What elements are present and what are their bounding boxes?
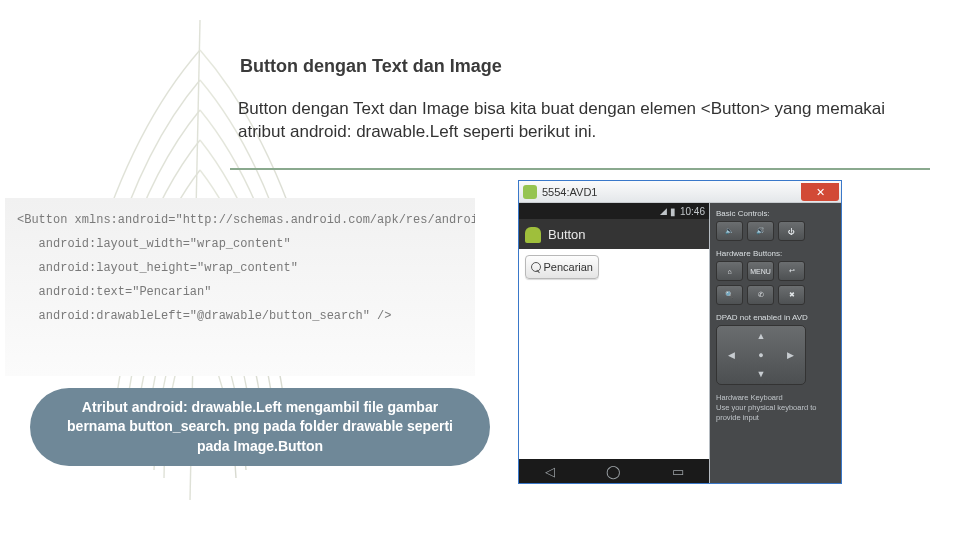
volume-up-button[interactable]: 🔊 — [747, 221, 774, 241]
divider — [230, 168, 930, 170]
code-sample: <Button xmlns:android="http://schemas.an… — [5, 198, 475, 376]
hw-keyboard-sub: Use your physical keyboard to provide in… — [716, 403, 835, 423]
section-title: Button dengan Text dan Image — [240, 56, 502, 77]
emulator-title: 5554:AVD1 — [542, 186, 597, 198]
volume-down-button[interactable]: 🔈 — [716, 221, 743, 241]
hw-menu-button[interactable]: MENU — [747, 261, 774, 281]
hw-back-button[interactable]: ↩ — [778, 261, 805, 281]
callout-note: Atribut android: drawable.Left mengambil… — [30, 388, 490, 466]
android-appbar: Button — [519, 219, 709, 249]
nav-recent-button[interactable]: ▭ — [672, 464, 684, 479]
dpad-left-icon: ◀ — [728, 350, 735, 360]
battery-icon: ▮ — [670, 206, 676, 217]
status-time: 10:46 — [680, 206, 705, 217]
app-launcher-icon — [524, 225, 542, 243]
search-icon — [531, 262, 539, 273]
nav-home-button[interactable]: ◯ — [606, 464, 621, 479]
android-statusbar: ◢ ▮ 10:46 — [519, 203, 709, 219]
code-line-4: android:text="Pencarian" — [17, 285, 211, 299]
hw-home-button[interactable]: ⌂ — [716, 261, 743, 281]
emulator-window: 5554:AVD1 ✕ ◢ ▮ 10:46 Button Pencarian — [518, 180, 842, 484]
basic-controls-label: Basic Controls: — [716, 209, 835, 218]
dpad-label: DPAD not enabled in AVD — [716, 313, 835, 322]
hw-end-button[interactable]: ✖ — [778, 285, 805, 305]
android-icon — [523, 185, 537, 199]
dpad[interactable]: ▲ ◀●▶ ▼ — [716, 325, 806, 385]
app-title: Button — [548, 227, 586, 242]
code-line-2: android:layout_width="wrap_content" — [17, 237, 291, 251]
close-button[interactable]: ✕ — [801, 183, 839, 201]
nav-back-button[interactable]: ◁ — [545, 464, 555, 479]
pencarian-button[interactable]: Pencarian — [525, 255, 599, 279]
emulator-screen: ◢ ▮ 10:46 Button Pencarian ◁ ◯ ▭ — [519, 203, 710, 483]
code-line-3: android:layout_height="wrap_content" — [17, 261, 298, 275]
dpad-down-icon: ▼ — [757, 369, 766, 379]
dpad-right-icon: ▶ — [787, 350, 794, 360]
callout-text: Atribut android: drawable.Left mengambil… — [58, 398, 462, 457]
section-paragraph: Button dengan Text dan Image bisa kita b… — [238, 98, 918, 144]
code-line-5: android:drawableLeft="@drawable/button_s… — [17, 309, 391, 323]
hardware-buttons-label: Hardware Buttons: — [716, 249, 835, 258]
pencarian-label: Pencarian — [543, 261, 593, 273]
emulator-controls-panel: Basic Controls: 🔈 🔊 ⏻ Hardware Buttons: … — [710, 203, 841, 483]
hw-search-button[interactable]: 🔍 — [716, 285, 743, 305]
dpad-up-icon: ▲ — [757, 331, 766, 341]
signal-icon: ◢ — [660, 206, 666, 216]
emulator-titlebar: 5554:AVD1 ✕ — [519, 181, 841, 203]
hw-keyboard-title: Hardware Keyboard — [716, 393, 835, 403]
code-line-1: <Button xmlns:android="http://schemas.an… — [17, 213, 475, 227]
hw-call-button[interactable]: ✆ — [747, 285, 774, 305]
dpad-center-icon: ● — [758, 350, 763, 360]
android-navbar: ◁ ◯ ▭ — [519, 459, 709, 483]
power-button[interactable]: ⏻ — [778, 221, 805, 241]
